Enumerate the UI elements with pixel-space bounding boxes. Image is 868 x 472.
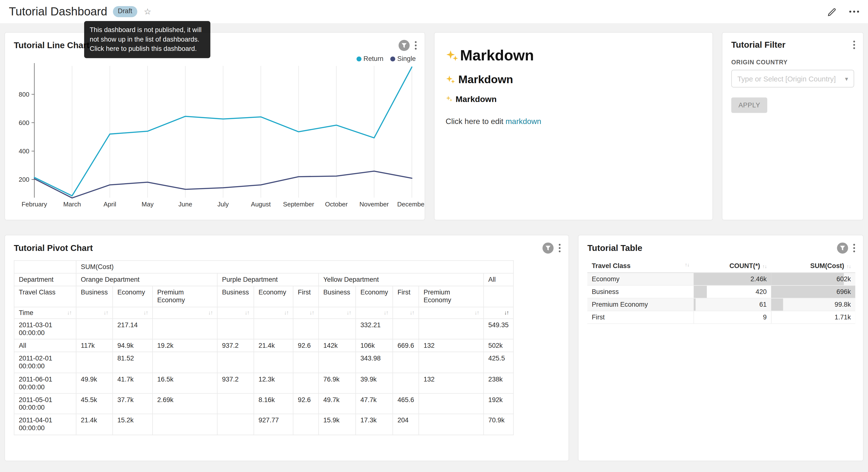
sort-icon[interactable]: ↓↑	[346, 308, 351, 317]
pivot-sort-cell[interactable]: ↓↑	[319, 307, 356, 319]
svg-text:April: April	[103, 201, 116, 208]
table-row[interactable]: First91.71k	[587, 311, 855, 324]
table-header-row: Travel Class↑↓COUNT(*)↑↓SUM(Cost)↑↓	[587, 259, 855, 273]
filter-card-title: Tutorial Filter	[731, 40, 785, 50]
line-chart-kebab-icon[interactable]	[415, 41, 417, 50]
pivot-chart-card: Tutorial Pivot Chart SUM(Cost)Department…	[4, 235, 569, 461]
pivot-cell: 142k	[319, 339, 356, 352]
pivot-cell: 16.5k	[153, 373, 217, 393]
pivot-row2-label: Travel Class	[14, 286, 76, 307]
publish-tooltip: This dashboard is not published, it will…	[84, 21, 210, 58]
pivot-cell: 39.9k	[356, 373, 393, 393]
travel-class-cell: Premium Economy	[587, 298, 694, 311]
pivot-cell: 49.9k	[76, 373, 113, 393]
svg-text:200: 200	[19, 176, 29, 183]
sort-icon[interactable]: ↓↑	[245, 308, 249, 317]
pivot-cell	[393, 352, 418, 373]
markdown-edit-link[interactable]: markdown	[505, 117, 541, 126]
sort-icon[interactable]: ↓↑	[284, 308, 288, 317]
filter-card-kebab-icon[interactable]	[853, 40, 855, 49]
legend-item[interactable]: Single	[390, 55, 416, 63]
column-header-count[interactable]: COUNT(*)↑↓	[694, 259, 771, 273]
pivot-corner	[14, 261, 76, 273]
sum-cell: 1.71k	[771, 311, 855, 324]
pivot-cell: 937.2	[217, 339, 254, 352]
legend-label: Return	[364, 55, 384, 63]
pivot-sort-cell[interactable]: ↓↑	[113, 307, 153, 319]
table-row[interactable]: Business420696k	[587, 286, 855, 298]
edit-pencil-icon[interactable]	[827, 7, 837, 17]
sort-icon[interactable]: ↓↑	[103, 308, 108, 317]
pivot-row3-label[interactable]: Time↓↑	[14, 307, 76, 319]
sort-icon[interactable]: ↓↑	[143, 308, 148, 317]
pivot-row-label: All	[14, 339, 76, 352]
legend-item[interactable]: Return	[356, 55, 383, 63]
pivot-table: SUM(Cost)DepartmentOrange DepartmentPurp…	[14, 260, 514, 435]
pivot-cell: 92.6	[293, 339, 319, 352]
pivot-sort-cell[interactable]: ↓↑	[153, 307, 217, 319]
table-row[interactable]: Economy2.46k602k	[587, 273, 855, 286]
pivot-sort-cell[interactable]: ↓↑	[254, 307, 293, 319]
column-header-travel-class[interactable]: Travel Class↑↓	[587, 259, 694, 273]
draft-badge[interactable]: Draft	[113, 6, 137, 17]
pivot-data-row: 2011-02-01 00:00:0081.52343.98425.5	[14, 352, 514, 373]
table-row[interactable]: Premium Economy6199.8k	[587, 298, 855, 311]
sparkles-icon	[446, 95, 453, 102]
count-cell: 420	[694, 286, 771, 298]
cross-filter-icon[interactable]	[542, 243, 554, 254]
pivot-cell	[293, 373, 319, 393]
sort-icon[interactable]: ↓↑	[504, 308, 508, 317]
table-card-kebab-icon[interactable]	[853, 243, 855, 253]
favorite-star-icon[interactable]: ☆	[144, 7, 151, 17]
sparkles-icon	[446, 49, 459, 62]
pivot-sort-cell[interactable]: ↓↑	[293, 307, 319, 319]
pivot-sort-cell[interactable]: ↓↑	[356, 307, 393, 319]
pivot-cell: 17.3k	[356, 414, 393, 435]
count-cell: 9	[694, 311, 771, 324]
sort-icon[interactable]: ↓↑	[67, 308, 71, 317]
pivot-cell	[419, 414, 484, 435]
apply-button[interactable]: APPLY	[731, 97, 768, 113]
pivot-row1-label: Department	[14, 273, 76, 286]
pivot-sort-cell[interactable]: ↓↑	[419, 307, 484, 319]
sort-icon[interactable]: ↓↑	[384, 308, 388, 317]
pivot-subcol-header: First	[293, 286, 319, 307]
pivot-sort-cell[interactable]: ↓↑	[393, 307, 418, 319]
svg-text:October: October	[325, 201, 348, 208]
pivot-chart-kebab-icon[interactable]	[558, 243, 561, 253]
pivot-cell	[76, 318, 113, 339]
sort-icon[interactable]: ↓↑	[208, 308, 213, 317]
svg-text:November: November	[360, 201, 389, 208]
pivot-cell: 937.2	[217, 373, 254, 393]
sum-cell: 602k	[771, 273, 855, 286]
pivot-cell	[393, 318, 418, 339]
markdown-h2-text: Markdown	[459, 73, 513, 86]
pivot-sort-cell[interactable]: ↓↑	[76, 307, 113, 319]
pivot-row-label: 2011-05-01 00:00:00	[14, 393, 76, 414]
filter-card: Tutorial Filter ORIGIN COUNTRY Type or S…	[722, 32, 864, 220]
pivot-cell	[293, 414, 319, 435]
pivot-subcol-header: Business	[217, 286, 254, 307]
sort-icon[interactable]: ↓↑	[310, 308, 314, 317]
sort-icon[interactable]: ↓↑	[410, 308, 414, 317]
pivot-cell: 502k	[484, 339, 514, 352]
cross-filter-icon[interactable]	[837, 243, 848, 254]
cross-filter-icon[interactable]	[399, 40, 409, 51]
pivot-sort-cell[interactable]: ↓↑	[217, 307, 254, 319]
legend-label: Single	[397, 55, 416, 63]
pivot-sort-cell[interactable]: ↓↑	[484, 307, 514, 319]
origin-country-select[interactable]: Type or Select [Origin Country] ▾	[731, 70, 854, 87]
sort-icon: ↑↓	[685, 262, 689, 268]
sparkles-icon	[446, 75, 456, 85]
pivot-cell: 19.2k	[153, 339, 217, 352]
pivot-cell: 15.2k	[113, 414, 153, 435]
pivot-cell: 8.16k	[254, 393, 293, 414]
pivot-subcol-header: Business	[319, 286, 356, 307]
column-header-sum-cost[interactable]: SUM(Cost)↑↓	[771, 259, 855, 273]
sort-icon[interactable]: ↓↑	[474, 308, 479, 317]
pivot-cell: 425.5	[484, 352, 514, 373]
more-menu-icon[interactable]	[849, 10, 859, 13]
pivot-row-label: 2011-02-01 00:00:00	[14, 352, 76, 373]
pivot-subcol-header: Economy	[113, 286, 153, 307]
origin-country-label: ORIGIN COUNTRY	[731, 59, 854, 65]
